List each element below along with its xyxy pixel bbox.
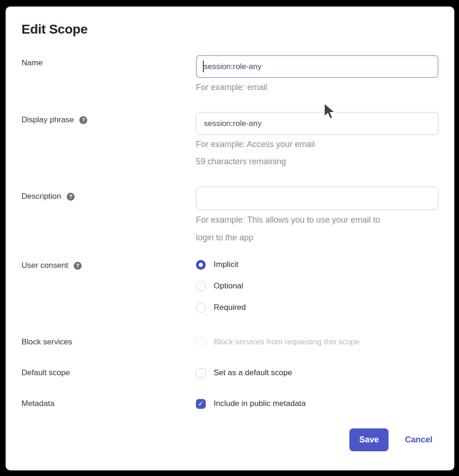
radio-option-optional[interactable]: Optional [196,281,438,291]
display-phrase-input[interactable] [196,112,438,135]
block-services-checkbox: Block services from requesting this scop… [196,337,438,347]
save-button[interactable]: Save [349,428,389,451]
help-icon[interactable]: ? [79,116,87,124]
radio-unselected-icon [196,281,206,291]
radio-option-label: Optional [214,281,243,291]
description-label: Description [21,191,61,202]
field-row-block-services: Block services Block services from reque… [21,337,439,347]
description-helper-line-2: login to the app [196,229,438,246]
field-row-default-scope: Default scope Set as a default scope [21,368,439,378]
help-icon[interactable]: ? [74,262,82,270]
cancel-button[interactable]: Cancel [405,435,432,445]
field-row-description: Description ? For example: This allows y… [21,187,439,246]
description-input[interactable] [196,187,438,210]
metadata-label: Metadata [21,399,55,409]
text-caret [203,61,204,72]
radio-option-required[interactable]: Required [196,302,438,313]
user-consent-label: User consent [21,260,68,271]
checkbox-checked-icon: ✓ [196,399,206,409]
name-input-wrap [196,55,438,78]
display-phrase-label: Display phrase [21,115,74,125]
dialog-footer: Save Cancel [21,428,439,451]
radio-option-label: Implicit [214,259,238,270]
metadata-checkbox[interactable]: ✓ Include in public metadata [196,399,438,409]
checkbox-disabled-icon [196,337,206,347]
default-scope-label: Default scope [21,368,70,378]
field-row-metadata: Metadata ✓ Include in public metadata [21,399,439,409]
characters-remaining-text: 59 characters remaining [196,156,438,167]
default-scope-checkbox[interactable]: Set as a default scope [196,368,438,378]
field-row-user-consent: User consent ? Implicit Optional Require… [21,259,439,313]
radio-option-label: Required [214,302,246,313]
name-helper-text: For example: email [196,82,438,92]
field-row-name: Name For example: email [21,55,439,92]
block-services-label: Block services [21,337,72,347]
help-icon[interactable]: ? [67,193,75,201]
name-input[interactable] [196,55,438,78]
radio-unselected-icon [196,303,206,313]
display-phrase-helper-text: For example: Access your email [196,139,438,149]
checkbox-label: Set as a default scope [214,368,292,378]
user-consent-radio-group: Implicit Optional Required [196,259,438,313]
description-helper-line-1: For example: This allows you to use your… [196,211,438,229]
edit-scope-dialog: Edit Scope Name For example: email Displ… [6,7,454,470]
dialog-title: Edit Scope [21,21,439,37]
radio-option-implicit[interactable]: Implicit [196,259,438,270]
radio-selected-icon [196,260,206,270]
field-row-display-phrase: Display phrase ? For example: Access you… [21,112,439,167]
checkbox-unchecked-icon [196,368,206,378]
checkbox-label: Block services from requesting this scop… [214,337,360,347]
checkbox-label: Include in public metadata [214,399,306,409]
name-label: Name [21,58,42,68]
